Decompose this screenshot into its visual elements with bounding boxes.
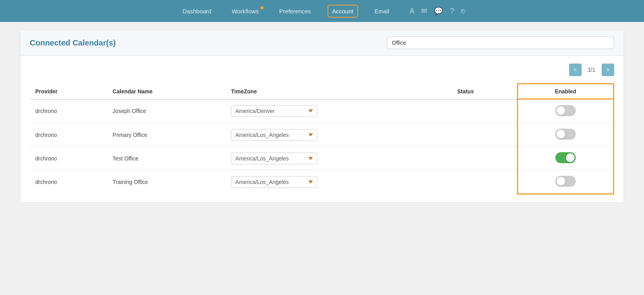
timezone-select[interactable]: America/DenverAmerica/Los_AngelesAmerica… xyxy=(231,176,317,188)
cell-status xyxy=(451,147,517,170)
section-title: Connected Calendar(s) xyxy=(30,38,387,47)
prev-page-button[interactable]: < xyxy=(569,64,582,76)
workflows-dot xyxy=(260,6,264,9)
cell-timezone: America/DenverAmerica/Los_AngelesAmerica… xyxy=(226,123,451,147)
cell-timezone: America/DenverAmerica/Los_AngelesAmerica… xyxy=(226,170,451,194)
col-status: Status xyxy=(451,84,517,99)
calendar-table: Provider Calendar Name TimeZone Status E… xyxy=(30,83,614,195)
page-number: 1/1 xyxy=(583,65,600,75)
cell-calendar-name: Primary Office xyxy=(107,123,226,147)
search-input[interactable] xyxy=(387,36,614,49)
mail-icon[interactable]: ✉ xyxy=(421,7,427,15)
nav-workflows[interactable]: Workflows xyxy=(228,5,263,17)
cell-enabled xyxy=(517,123,613,147)
table-header-row: Provider Calendar Name TimeZone Status E… xyxy=(30,84,614,99)
cell-status xyxy=(451,99,517,123)
cell-enabled xyxy=(517,99,613,123)
cell-provider: drchrono xyxy=(30,147,107,170)
toggle-switch[interactable] xyxy=(555,152,576,163)
cell-status xyxy=(451,123,517,147)
toggle-switch[interactable] xyxy=(555,105,576,116)
cell-status xyxy=(451,170,517,194)
font-size-icon[interactable]: A xyxy=(409,7,414,15)
nav-email[interactable]: Email xyxy=(371,5,393,17)
section-header: Connected Calendar(s) xyxy=(20,30,624,56)
cell-timezone: America/DenverAmerica/Los_AngelesAmerica… xyxy=(226,147,451,170)
col-provider: Provider xyxy=(30,84,107,99)
timezone-select[interactable]: America/DenverAmerica/Los_AngelesAmerica… xyxy=(231,129,317,141)
toggle-slider xyxy=(555,176,576,187)
table-row: drchronoJoseph OfficeAmerica/DenverAmeri… xyxy=(30,99,614,123)
cell-enabled xyxy=(517,147,613,170)
cell-provider: drchrono xyxy=(30,99,107,123)
cell-timezone: America/DenverAmerica/Los_AngelesAmerica… xyxy=(226,99,451,123)
table-row: drchronoTest OfficeAmerica/DenverAmerica… xyxy=(30,147,614,170)
toggle-switch[interactable] xyxy=(555,176,576,187)
nav-preferences[interactable]: Preferences xyxy=(275,5,315,17)
toggle-slider xyxy=(555,129,576,140)
navbar: Dashboard Workflows Preferences Account … xyxy=(0,0,644,22)
cell-calendar-name: Training Office xyxy=(107,170,226,194)
table-row: drchronoTraining OfficeAmerica/DenverAme… xyxy=(30,170,614,194)
timezone-select[interactable]: America/DenverAmerica/Los_AngelesAmerica… xyxy=(231,153,317,164)
toggle-slider xyxy=(555,105,576,116)
col-enabled: Enabled xyxy=(517,84,613,99)
chat-icon[interactable]: 💬 xyxy=(434,7,443,15)
col-calendar-name: Calendar Name xyxy=(107,84,226,99)
table-area: < 1/1 > Provider Calendar Name TimeZone … xyxy=(20,56,624,202)
nav-account[interactable]: Account xyxy=(327,5,358,18)
help-icon[interactable]: ? xyxy=(450,7,454,15)
next-page-button[interactable]: > xyxy=(602,64,614,76)
nav-dashboard[interactable]: Dashboard xyxy=(179,5,215,17)
col-timezone: TimeZone xyxy=(226,84,451,99)
cell-calendar-name: Test Office xyxy=(107,147,226,170)
timezone-select[interactable]: America/DenverAmerica/Los_AngelesAmerica… xyxy=(231,105,317,117)
cell-provider: drchrono xyxy=(30,170,107,194)
cell-enabled xyxy=(517,170,613,194)
pagination: < 1/1 > xyxy=(30,64,614,76)
main-content: Connected Calendar(s) < 1/1 > Provider C… xyxy=(20,30,624,203)
cell-provider: drchrono xyxy=(30,123,107,147)
toggle-switch[interactable] xyxy=(555,129,576,140)
cell-calendar-name: Joseph Office xyxy=(107,99,226,123)
nav-icon-group: A ✉ 💬 ? ⎋ xyxy=(409,7,465,15)
toggle-slider xyxy=(555,152,576,163)
logout-icon[interactable]: ⎋ xyxy=(461,7,465,15)
table-row: drchronoPrimary OfficeAmerica/DenverAmer… xyxy=(30,123,614,147)
